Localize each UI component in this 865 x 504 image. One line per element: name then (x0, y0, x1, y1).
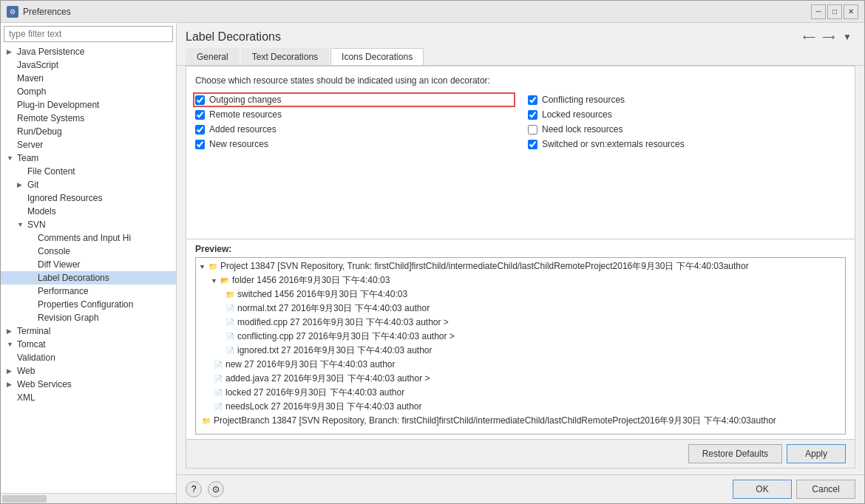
checkbox-switched-resources[interactable]: Switched or svn:externals resources (528, 139, 846, 149)
sidebar-item-models[interactable]: Models (1, 205, 176, 218)
sidebar: ▶ Java Persistence JavaScript Maven Oomp… (1, 23, 177, 503)
forward-button[interactable]: ⟶ (820, 29, 836, 45)
sidebar-item-oomph[interactable]: Oomph (1, 85, 176, 98)
checkbox-outgoing-changes-input[interactable] (195, 95, 205, 105)
window-controls: ─ □ ✕ (811, 4, 858, 19)
preview-tree[interactable]: ▼ 📁 Project 13847 [SVN Repository, Trunk… (195, 257, 846, 435)
filter-input[interactable] (4, 26, 173, 42)
preview-row: 📄 conflicting.cpp 27 2016年9月30日 下午4:40:0… (196, 330, 846, 344)
preview-row-text: added.java 27 2016年9月30日 下午4:40:03 autho… (225, 372, 430, 385)
tab-text-decorations[interactable]: Text Decorations (241, 48, 329, 65)
content-area: Choose which resource states should be i… (186, 66, 855, 469)
tree-container: ▶ Java Persistence JavaScript Maven Oomp… (1, 45, 176, 493)
file-icon: 📄 (212, 401, 224, 413)
sidebar-item-ignored-resources[interactable]: Ignored Resources (1, 191, 176, 205)
sidebar-item-label: Oomph (17, 86, 173, 97)
sidebar-item-server[interactable]: Server (1, 138, 176, 151)
preferences-button[interactable]: ⊙ (208, 481, 224, 497)
checkbox-label: Locked resources (542, 109, 612, 120)
preview-row: ▼ 📁 Project 13847 [SVN Repository, Trunk… (196, 259, 846, 273)
maximize-button[interactable]: □ (827, 4, 842, 19)
sidebar-item-java-persistence[interactable]: ▶ Java Persistence (1, 45, 176, 58)
preview-row: 📄 new 27 2016年9月30日 下午4:40:03 author (196, 358, 846, 372)
tab-general[interactable]: General (186, 48, 240, 65)
checkbox-added-resources[interactable]: Added resources (195, 124, 513, 134)
file-icon: 📄 (224, 331, 236, 343)
sidebar-item-team[interactable]: ▼ Team (1, 151, 176, 165)
checkbox-need-lock-resources-input[interactable] (528, 125, 537, 134)
tree-arrow: ▼ (7, 341, 17, 348)
cancel-button[interactable]: Cancel (796, 480, 855, 499)
file-icon: 📄 (212, 373, 224, 385)
checkbox-added-resources-input[interactable] (195, 125, 205, 134)
sidebar-item-label: Revision Graph (38, 313, 173, 323)
sidebar-item-label: XML (17, 392, 173, 403)
preview-container: ▼ 📁 Project 13847 [SVN Repository, Trunk… (195, 257, 846, 435)
horizontal-scrollbar[interactable] (1, 493, 176, 503)
expand-arrow-icon: ▼ (211, 277, 217, 285)
sidebar-item-xml[interactable]: XML (1, 391, 176, 404)
tab-icons-decorations[interactable]: Icons Decorations (330, 48, 424, 65)
sidebar-item-performance[interactable]: Performance (1, 285, 176, 298)
preview-row: ▼ 📂 folder 1456 2016年9月30日 下午4:40:03 (196, 273, 846, 287)
preview-row-text: modified.cpp 27 2016年9月30日 下午4:40:03 aut… (237, 316, 449, 329)
sidebar-item-label: Performance (38, 286, 173, 296)
tree-arrow: ▶ (7, 327, 17, 335)
sidebar-item-web-services[interactable]: ▶ Web Services (1, 378, 176, 391)
checkbox-locked-resources-input[interactable] (528, 110, 537, 120)
checkbox-need-lock-resources[interactable]: Need lock resources (528, 124, 846, 134)
preview-row: 📁 switched 1456 2016年9月30日 下午4:40:03 (196, 287, 846, 302)
checkbox-switched-resources-input[interactable] (528, 140, 537, 149)
checkbox-outgoing-changes[interactable]: Outgoing changes (195, 95, 513, 105)
sidebar-item-terminal[interactable]: ▶ Terminal (1, 324, 176, 338)
sidebar-item-web[interactable]: ▶ Web (1, 364, 176, 378)
sidebar-item-remote-systems[interactable]: Remote Systems (1, 112, 176, 125)
preview-label: Preview: (195, 244, 846, 254)
checkbox-remote-resources-input[interactable] (195, 110, 205, 120)
preview-row-text: folder 1456 2016年9月30日 下午4:40:03 (232, 274, 390, 287)
panel-title: Label Decorations (186, 30, 281, 44)
dropdown-button[interactable]: ▼ (839, 29, 855, 45)
help-button[interactable]: ? (186, 481, 202, 497)
checkbox-conflicting-resources-input[interactable] (528, 95, 537, 105)
sidebar-item-tomcat[interactable]: ▼ Tomcat (1, 338, 176, 351)
sidebar-item-label: Diff Viewer (38, 259, 173, 270)
preview-row-text: Project 13847 [SVN Repository, Trunk: fi… (220, 260, 749, 273)
close-button[interactable]: ✕ (844, 4, 858, 19)
sidebar-item-run-debug[interactable]: Run/Debug (1, 125, 176, 138)
file-icon: 📄 (224, 317, 236, 329)
apply-button[interactable]: Apply (787, 444, 846, 463)
sidebar-item-svn[interactable]: ▼ SVN (1, 218, 176, 231)
checkbox-remote-resources[interactable]: Remote resources (195, 109, 513, 120)
sidebar-item-comments[interactable]: Comments and Input Hi (1, 231, 176, 245)
checkbox-locked-resources[interactable]: Locked resources (528, 109, 846, 120)
sidebar-item-label-decorations[interactable]: Label Decorations (1, 271, 176, 285)
minimize-button[interactable]: ─ (811, 4, 826, 19)
ok-button[interactable]: OK (733, 480, 792, 499)
back-button[interactable]: ⟵ (801, 29, 817, 45)
sidebar-item-diff-viewer[interactable]: Diff Viewer (1, 258, 176, 271)
sidebar-item-label: Comments and Input Hi (38, 233, 173, 243)
dialog-bottom-left: ? ⊙ (186, 481, 224, 497)
sidebar-item-console[interactable]: Console (1, 245, 176, 258)
checkbox-new-resources[interactable]: New resources (195, 139, 513, 149)
file-icon: 📄 (224, 303, 236, 315)
preview-row-text: locked 27 2016年9月30日 下午4:40:03 author (225, 386, 404, 399)
scrollbar-thumb (2, 495, 47, 503)
sidebar-item-file-content[interactable]: File Content (1, 165, 176, 178)
sidebar-item-label: Remote Systems (17, 113, 173, 123)
sidebar-item-javascript[interactable]: JavaScript (1, 58, 176, 72)
restore-defaults-button[interactable]: Restore Defaults (688, 444, 782, 463)
checkbox-conflicting-resources[interactable]: Conflicting resources (528, 95, 846, 105)
sidebar-item-properties[interactable]: Properties Configuration (1, 298, 176, 311)
sidebar-item-revision-graph[interactable]: Revision Graph (1, 311, 176, 324)
sidebar-item-label: Properties Configuration (38, 299, 173, 310)
sidebar-item-label: Maven (17, 73, 173, 84)
sidebar-item-maven[interactable]: Maven (1, 72, 176, 85)
checkbox-new-resources-input[interactable] (195, 140, 205, 149)
sidebar-item-validation[interactable]: Validation (1, 351, 176, 364)
sidebar-item-plugin-development[interactable]: Plug-in Development (1, 98, 176, 112)
project-icon: 📁 (207, 261, 219, 273)
preview-row-text: conflicting.cpp 27 2016年9月30日 下午4:40:03 … (237, 330, 455, 343)
sidebar-item-git[interactable]: ▶ Git (1, 178, 176, 191)
